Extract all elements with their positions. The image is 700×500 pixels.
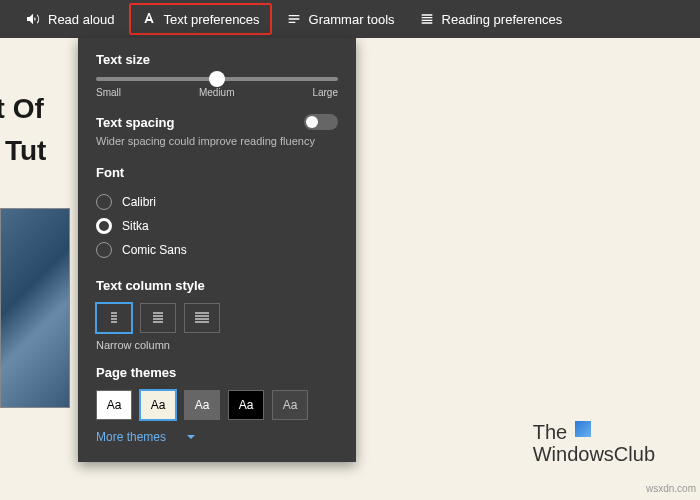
article-image	[0, 208, 70, 408]
page-theme-options: AaAaAaAaAa	[96, 390, 338, 420]
column-narrow-button[interactable]	[96, 303, 132, 333]
font-option-calibri[interactable]: Calibri	[96, 190, 338, 214]
text-spacing-toggle[interactable]	[304, 114, 338, 130]
theme-option-4[interactable]: Aa	[272, 390, 308, 420]
theme-option-0[interactable]: Aa	[96, 390, 132, 420]
grammar-tools-label: Grammar tools	[309, 12, 395, 27]
column-narrow-icon	[106, 311, 122, 325]
theme-option-1[interactable]: Aa	[140, 390, 176, 420]
brand-logo: The WindowsClub	[533, 421, 655, 465]
font-radio-group: Calibri Sitka Comic Sans	[96, 190, 338, 262]
column-medium-icon	[150, 311, 166, 325]
column-wide-icon	[194, 311, 210, 325]
column-medium-button[interactable]	[140, 303, 176, 333]
grammar-icon	[286, 11, 302, 27]
radio-icon	[96, 194, 112, 210]
text-spacing-description: Wider spacing could improve reading flue…	[96, 134, 338, 149]
text-preferences-label: Text preferences	[164, 12, 260, 27]
font-option-sitka[interactable]: Sitka	[96, 214, 338, 238]
read-aloud-label: Read aloud	[48, 12, 115, 27]
more-themes-link[interactable]: More themes	[96, 430, 338, 444]
article-text: st Of o Tut	[0, 88, 46, 172]
text-size-slider[interactable]	[96, 77, 338, 81]
page-themes-label: Page themes	[96, 365, 338, 380]
theme-option-2[interactable]: Aa	[184, 390, 220, 420]
radio-icon	[96, 218, 112, 234]
reading-preferences-label: Reading preferences	[442, 12, 563, 27]
column-style-caption: Narrow column	[96, 339, 338, 351]
column-style-label: Text column style	[96, 278, 338, 293]
slider-labels: Small Medium Large	[96, 87, 338, 98]
reading-preferences-button[interactable]: Reading preferences	[409, 5, 573, 33]
text-size-label: Text size	[96, 52, 338, 67]
column-style-options	[96, 303, 338, 333]
column-wide-button[interactable]	[184, 303, 220, 333]
toolbar: Read aloud Text preferences Grammar tool…	[0, 0, 700, 38]
radio-icon	[96, 242, 112, 258]
watermark: wsxdn.com	[646, 483, 696, 494]
read-aloud-button[interactable]: Read aloud	[15, 5, 125, 33]
text-preferences-button[interactable]: Text preferences	[129, 3, 272, 35]
text-icon	[141, 11, 157, 27]
font-label: Font	[96, 165, 338, 180]
reading-icon	[419, 11, 435, 27]
read-aloud-icon	[25, 11, 41, 27]
font-option-comic-sans[interactable]: Comic Sans	[96, 238, 338, 262]
text-preferences-panel: Text size Small Medium Large Text spacin…	[78, 38, 356, 462]
theme-option-3[interactable]: Aa	[228, 390, 264, 420]
grammar-tools-button[interactable]: Grammar tools	[276, 5, 405, 33]
chevron-down-icon	[186, 432, 196, 442]
text-spacing-label: Text spacing	[96, 115, 175, 130]
brand-square-icon	[575, 421, 591, 437]
